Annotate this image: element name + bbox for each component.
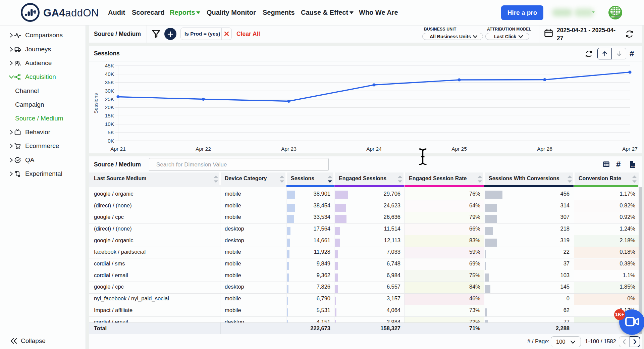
svg-text:25K: 25K (105, 96, 114, 102)
svg-text:csv: csv (631, 165, 635, 167)
svg-text:10K: 10K (105, 121, 114, 127)
svg-text:Apr 21: Apr 21 (110, 146, 126, 152)
svg-text:Apr 26: Apr 26 (537, 146, 552, 152)
svg-text:Apr 23: Apr 23 (281, 146, 297, 152)
svg-text:Apr 22: Apr 22 (196, 146, 211, 152)
svg-text:15K: 15K (105, 113, 114, 118)
svg-text:30K: 30K (105, 88, 114, 94)
svg-text:Apr 25: Apr 25 (451, 146, 467, 152)
svg-text:Sessions: Sessions (93, 93, 99, 114)
svg-text:5K: 5K (108, 130, 114, 135)
svg-text:Apr 24: Apr 24 (366, 146, 382, 152)
svg-text:40K: 40K (105, 71, 114, 77)
svg-text:0K: 0K (108, 138, 114, 144)
svg-text:Apr 27: Apr 27 (622, 146, 638, 152)
svg-text:35K: 35K (105, 80, 114, 85)
svg-text:20K: 20K (105, 104, 114, 110)
svg-text:45K: 45K (105, 63, 114, 68)
svg-text:Mind: Mind (614, 15, 621, 18)
